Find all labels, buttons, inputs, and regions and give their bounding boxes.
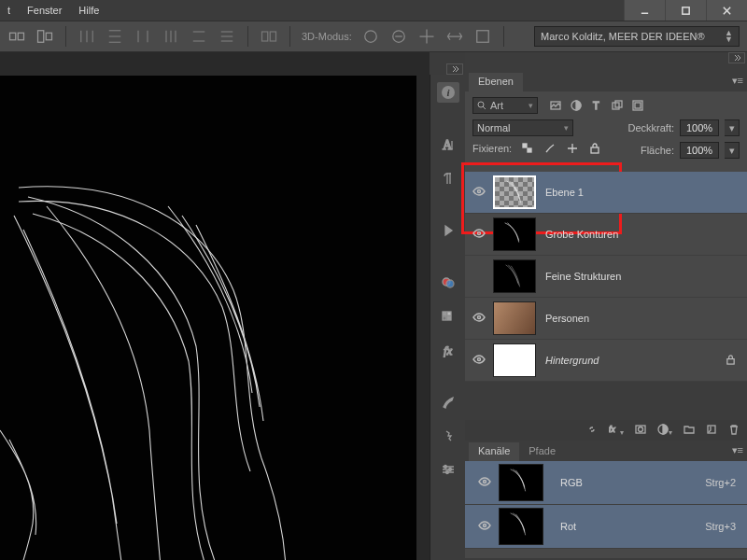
lock-transparent-icon[interactable]: [521, 142, 534, 155]
visibility-toggle[interactable]: [465, 355, 493, 366]
distribute-icon[interactable]: [218, 27, 236, 46]
filter-pixel-icon[interactable]: [549, 99, 562, 112]
opacity-slider-toggle[interactable]: ▾: [725, 119, 740, 136]
visibility-toggle[interactable]: [465, 229, 493, 240]
visibility-toggle[interactable]: [465, 313, 493, 324]
svg-rect-52: [523, 144, 527, 147]
channel-row[interactable]: RGB Strg+2: [465, 461, 747, 505]
layer-row[interactable]: Ebene 1: [465, 172, 747, 214]
styles-icon[interactable]: fx: [437, 340, 459, 360]
new-group-icon[interactable]: [684, 424, 695, 437]
channel-thumbnail[interactable]: [499, 508, 543, 545]
filter-smart-icon[interactable]: [631, 99, 644, 112]
layers-tab[interactable]: Ebenen: [469, 73, 523, 91]
link-layers-icon[interactable]: [586, 424, 598, 437]
delete-layer-icon[interactable]: [728, 424, 740, 437]
layer-thumbnail[interactable]: [493, 301, 536, 335]
document-canvas[interactable]: [0, 76, 416, 560]
channels-panel: Kanäle Pfade ▾≡ RGB Strg+2 Rot Strg+3: [465, 441, 747, 560]
visibility-toggle[interactable]: [465, 187, 493, 198]
distribute-icon[interactable]: [134, 27, 152, 46]
layer-kind-filter[interactable]: Art ▾: [472, 97, 538, 114]
channel-thumbnail[interactable]: [499, 464, 543, 501]
layers-panel: Ebenen ▾≡ Art ▾ T: [465, 71, 747, 441]
visibility-toggle[interactable]: [471, 521, 499, 532]
layer-thumbnail[interactable]: [493, 175, 536, 209]
lock-image-icon[interactable]: [543, 142, 557, 155]
menu-item-help[interactable]: Hilfe: [78, 5, 99, 16]
layer-row[interactable]: Personen: [465, 298, 747, 340]
3d-roll-icon[interactable]: [389, 27, 408, 46]
lock-all-icon[interactable]: [588, 142, 601, 155]
3d-slide-icon[interactable]: [445, 27, 464, 46]
minimize-button[interactable]: [624, 0, 665, 21]
channels-tab[interactable]: Kanäle: [469, 442, 519, 461]
panel-collapse-icon[interactable]: [728, 52, 745, 63]
clone-source-icon[interactable]: [437, 426, 459, 446]
layer-row[interactable]: Grobe Konturen: [465, 214, 747, 256]
brush-icon[interactable]: [437, 392, 459, 413]
new-layer-icon[interactable]: [706, 424, 717, 437]
lock-icon: [726, 355, 736, 367]
filter-type-icon[interactable]: T: [590, 99, 603, 112]
character-icon[interactable]: A: [437, 134, 459, 155]
auto-align-icon[interactable]: [260, 27, 278, 46]
filter-shape-icon[interactable]: [611, 99, 624, 112]
fill-label: Fläche:: [641, 145, 674, 156]
panel-expand-icon[interactable]: [446, 63, 463, 75]
3d-pan-icon[interactable]: [417, 27, 436, 46]
channel-list: RGB Strg+2 Rot Strg+3: [465, 461, 747, 558]
maximize-button[interactable]: [665, 0, 706, 21]
3d-scale-icon[interactable]: [473, 27, 492, 46]
settings-icon[interactable]: [437, 459, 459, 480]
visibility-toggle[interactable]: [471, 477, 499, 488]
layer-name[interactable]: Hintergrund: [545, 355, 599, 366]
panel-menu-icon[interactable]: ▾≡: [732, 75, 743, 87]
fill-slider-toggle[interactable]: ▾: [725, 142, 740, 159]
panel-menu-icon[interactable]: ▾≡: [732, 444, 743, 456]
paths-tab[interactable]: Pfade: [519, 442, 565, 461]
distribute-icon[interactable]: [162, 27, 180, 46]
user-dropdown[interactable]: Marco Kolditz, MEER DER IDEEN® ▲▼: [534, 26, 740, 47]
blend-mode-select[interactable]: Normal▾: [472, 119, 573, 136]
layer-thumbnail[interactable]: [493, 217, 536, 251]
svg-rect-36: [447, 312, 451, 315]
3d-orbit-icon[interactable]: [361, 27, 380, 46]
info-icon[interactable]: i: [437, 82, 459, 103]
options-bar: 3D-Modus: Marco Kolditz, MEER DER IDEEN®…: [0, 21, 747, 52]
svg-point-58: [478, 358, 481, 361]
align-icon[interactable]: [7, 27, 26, 46]
distribute-icon[interactable]: [78, 27, 96, 46]
actions-icon[interactable]: [437, 220, 459, 241]
window-controls: [624, 0, 747, 21]
layer-thumbnail[interactable]: [493, 343, 536, 377]
adjustment-layer-icon[interactable]: ▾: [657, 424, 672, 437]
layer-style-icon[interactable]: fx▾: [609, 424, 624, 437]
color-icon[interactable]: [437, 273, 459, 293]
layer-thumbnail[interactable]: [493, 259, 536, 293]
opacity-value[interactable]: 100%: [680, 119, 719, 136]
layer-name[interactable]: Ebene 1: [545, 187, 584, 198]
swatches-icon[interactable]: [437, 306, 459, 327]
filter-adjustment-icon[interactable]: [570, 99, 583, 112]
svg-rect-25: [270, 32, 275, 41]
layer-name[interactable]: Grobe Konturen: [545, 229, 618, 240]
menu-item-window[interactable]: Fenster: [27, 5, 62, 16]
lock-position-icon[interactable]: [566, 142, 579, 155]
distribute-icon[interactable]: [190, 27, 208, 46]
fill-value[interactable]: 100%: [680, 142, 719, 159]
distribute-icon[interactable]: [106, 27, 124, 46]
canvas-area: [0, 52, 430, 560]
layer-row[interactable]: Hintergrund: [465, 340, 747, 382]
layer-name[interactable]: Personen: [545, 313, 589, 324]
close-button[interactable]: [706, 0, 747, 21]
layer-mask-icon[interactable]: [635, 424, 646, 437]
layer-name[interactable]: Feine Strukturen: [545, 271, 621, 282]
svg-rect-28: [477, 31, 489, 43]
layer-row[interactable]: Feine Strukturen: [465, 256, 747, 298]
svg-rect-35: [443, 312, 446, 315]
paragraph-icon[interactable]: [437, 168, 459, 189]
menu-item[interactable]: t: [7, 5, 10, 16]
channel-row[interactable]: Rot Strg+3: [465, 505, 747, 549]
align-icon[interactable]: [35, 27, 54, 46]
